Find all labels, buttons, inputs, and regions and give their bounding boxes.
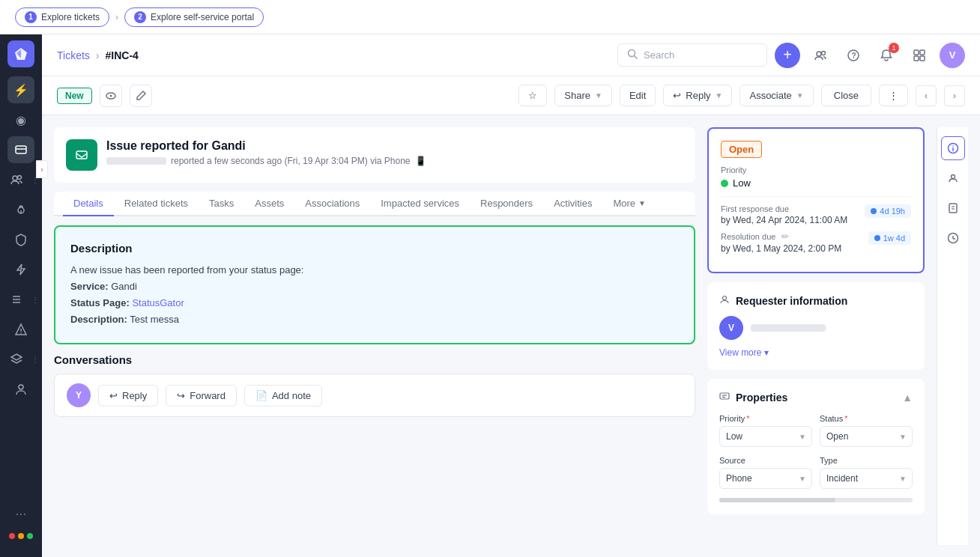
svg-rect-2	[16, 146, 26, 153]
sidebar-item-lightning[interactable]: ⚡	[7, 76, 34, 103]
forward-button[interactable]: ↪ Forward	[166, 385, 237, 407]
ticket-tabs: Details Related tickets Tasks Assets Ass…	[54, 192, 695, 216]
sidebar-color-dots	[9, 533, 33, 545]
step-label-1: Explore tickets	[41, 12, 100, 22]
scroll-bar-inner	[719, 498, 835, 502]
nav-step-1[interactable]: 1 Explore tickets	[15, 7, 109, 27]
prev-ticket-button[interactable]: ‹	[916, 85, 937, 106]
breadcrumb-tickets[interactable]: Tickets	[57, 49, 90, 61]
first-response-timer-value: 4d 19h	[880, 207, 905, 216]
color-dot-green	[27, 533, 33, 539]
tab-tasks[interactable]: Tasks	[199, 192, 244, 216]
sidebar-item-tickets[interactable]	[7, 136, 34, 163]
sidebar-item-users[interactable]	[3, 166, 30, 193]
requester-header: Requester information	[719, 294, 913, 307]
sidebar-item-layers[interactable]	[3, 346, 30, 373]
user-avatar[interactable]: V	[940, 43, 965, 68]
more-options-button[interactable]: ⋮	[879, 85, 908, 106]
view-icon-button[interactable]	[100, 85, 122, 107]
sidebar-item-list-group: ⋮	[3, 286, 39, 313]
status-select[interactable]: Open Pending Resolved Closed	[820, 426, 913, 447]
associate-button[interactable]: Associate ▼	[739, 85, 813, 106]
reply-conv-icon: ↩	[109, 390, 118, 401]
help-button[interactable]: ?	[841, 43, 866, 68]
sidebar-expand-list[interactable]: ⋮	[31, 296, 39, 304]
sidebar-item-shield[interactable]	[7, 226, 34, 253]
sidebar-item-bug[interactable]	[7, 196, 34, 223]
view-more-button[interactable]: View more ▾	[719, 347, 913, 358]
svg-rect-30	[720, 393, 729, 399]
step-num-1: 1	[25, 11, 37, 23]
priority-select[interactable]: Low Medium High Urgent	[719, 426, 812, 447]
tab-associations[interactable]: Associations	[294, 192, 370, 216]
notifications-button[interactable]: 1	[874, 43, 899, 68]
source-select[interactable]: Phone Email Web Chat	[719, 468, 812, 489]
close-button[interactable]: Close	[821, 85, 871, 106]
edit-icon-button[interactable]	[130, 85, 152, 107]
clock-panel-button[interactable]	[941, 226, 965, 250]
status-field: Status * Open Pending Resolved Closed	[820, 414, 913, 447]
info-panel-button[interactable]	[941, 136, 965, 160]
svg-rect-22	[914, 50, 919, 55]
conversations-toolbar: Y ↩ Reply ↪ Forward 📄 Add note	[54, 374, 695, 417]
first-response-info: First response due by Wed, 24 Apr 2024, …	[721, 204, 847, 225]
sidebar-item-more[interactable]: ···	[7, 500, 34, 527]
apps-button[interactable]	[907, 43, 932, 68]
search-icon	[627, 49, 638, 61]
sidebar-expand-layers[interactable]: ⋮	[31, 356, 39, 364]
sidebar-toggle[interactable]: ›	[36, 160, 48, 178]
sidebar-item-alert[interactable]	[7, 316, 34, 343]
tab-activities[interactable]: Activities	[543, 192, 602, 216]
tab-details[interactable]: Details	[63, 192, 114, 216]
svg-point-29	[723, 296, 727, 300]
notes-panel-button[interactable]	[941, 196, 965, 220]
tab-related-tickets[interactable]: Related tickets	[114, 192, 199, 216]
ticket-meta-text: reported a few seconds ago (Fri, 19 Apr …	[171, 156, 411, 166]
description-intro: A new issue has been reported from your …	[70, 262, 679, 278]
main-layout: ⚡ ◉ ⋮	[0, 34, 980, 557]
agents-button[interactable]	[808, 43, 833, 68]
properties-title: Properties	[736, 392, 787, 404]
sidebar-item-lightning2[interactable]	[7, 256, 34, 283]
star-button[interactable]: ☆	[518, 85, 547, 106]
status-page-link[interactable]: StatusGator	[132, 297, 184, 308]
sidebar-item-compass[interactable]: ◉	[7, 106, 34, 133]
scroll-bar	[719, 498, 913, 502]
nav-step-2[interactable]: 2 Explore self-service portal	[124, 7, 264, 27]
tab-responders[interactable]: Responders	[470, 192, 543, 216]
edit-button[interactable]: Edit	[620, 85, 656, 106]
priority-section: Priority Low	[721, 165, 911, 189]
source-type-row: Source Phone Email Web Chat ▼	[719, 456, 913, 489]
description-status-page: Status Page: StatusGator	[70, 295, 679, 311]
search-box[interactable]: Search	[617, 43, 767, 67]
svg-rect-37	[949, 204, 957, 213]
main-panel: Issue reported for Gandi reported a few …	[54, 127, 695, 545]
view-more-label: View more	[719, 347, 761, 358]
breadcrumb-separator: ›	[96, 49, 100, 61]
collapse-properties-button[interactable]: ▲	[902, 392, 913, 404]
breadcrumb-current: #INC-4	[106, 49, 139, 61]
sidebar-item-list[interactable]	[3, 286, 30, 313]
sidebar-logo[interactable]	[7, 40, 34, 67]
properties-title-row: Properties	[719, 391, 787, 404]
sidebar-item-person[interactable]	[7, 376, 34, 403]
priority-field-label: Priority *	[719, 414, 812, 423]
svg-point-5	[18, 176, 22, 180]
tab-impacted-services[interactable]: Impacted services	[370, 192, 470, 216]
resolution-timer: 1w 4d	[868, 231, 911, 245]
svg-point-36	[951, 175, 955, 179]
add-button[interactable]: +	[775, 43, 800, 68]
next-ticket-button[interactable]: ›	[944, 85, 965, 106]
first-response-date: by Wed, 24 Apr 2024, 11:00 AM	[721, 215, 847, 225]
tab-more[interactable]: More ▼	[602, 192, 656, 216]
add-note-button[interactable]: 📄 Add note	[244, 385, 322, 407]
reply-button[interactable]: ↩ Reply ▼	[663, 85, 732, 106]
type-select[interactable]: Incident Service Request Problem Change	[820, 468, 913, 489]
share-button[interactable]: Share ▼	[554, 85, 612, 106]
resolution-edit-icon[interactable]: ✏	[781, 231, 789, 242]
person-panel-button[interactable]	[941, 166, 965, 190]
forward-label: Forward	[190, 390, 226, 401]
edit-label: Edit	[629, 90, 646, 101]
tab-assets[interactable]: Assets	[244, 192, 294, 216]
reply-conv-button[interactable]: ↩ Reply	[98, 385, 158, 407]
